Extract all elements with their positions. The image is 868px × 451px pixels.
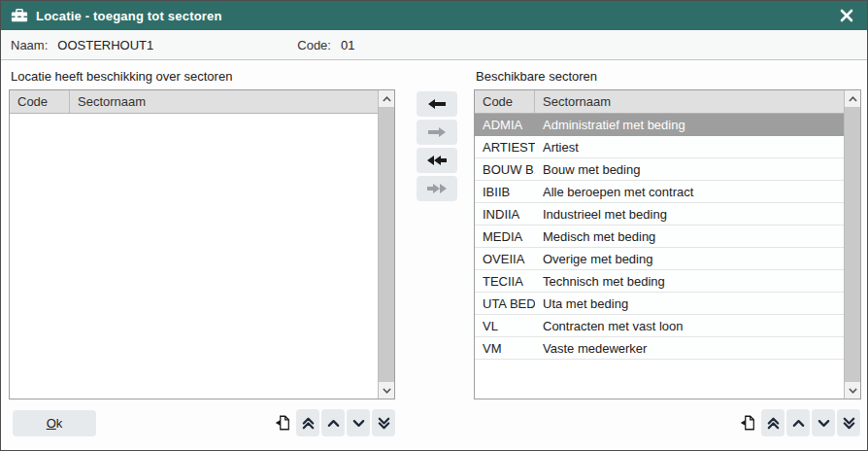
next-record-button[interactable] (812, 409, 835, 436)
table-row[interactable]: UTA BED... Uta met beding (475, 293, 844, 315)
goto-record-icon (274, 414, 291, 432)
first-record-button[interactable] (296, 409, 319, 436)
record-info-bar: Naam: OOSTERHOUT1 Code: 01 (1, 30, 867, 60)
last-record-button[interactable] (837, 409, 860, 436)
column-header-code: Code (475, 90, 535, 113)
last-record-button[interactable] (372, 409, 395, 436)
available-table-header: Code Sectornaam (475, 90, 844, 114)
double-arrow-right-icon (425, 183, 449, 194)
table-row[interactable]: ADMIA Administratief met beding (475, 114, 844, 136)
scrollbar-thumb[interactable] (379, 107, 394, 382)
previous-record-button[interactable] (786, 409, 810, 436)
briefcase-icon (11, 8, 28, 23)
double-chevron-down-icon (842, 416, 856, 431)
table-row[interactable]: OVEIIA Overige met beding (475, 248, 844, 270)
assigned-table-header: Code Sectornaam (10, 90, 378, 114)
arrow-right-icon (425, 126, 449, 138)
right-panel-title: Beschikbare sectoren (476, 69, 597, 84)
assigned-sectors-list[interactable]: Code Sectornaam (9, 89, 395, 399)
dialog-locatie-toegang-sectoren: Locatie - toegang tot sectoren Naam: OOS… (0, 0, 868, 451)
naam-label: Naam: (11, 38, 48, 52)
available-list-nav-toolbar (736, 409, 862, 436)
move-left-button[interactable] (417, 91, 457, 117)
double-chevron-down-icon (377, 416, 391, 431)
chevron-up-icon (791, 416, 806, 431)
table-row[interactable]: VL Contracten met vast loon (475, 315, 844, 337)
move-all-right-button[interactable] (417, 176, 457, 201)
close-icon[interactable] (836, 5, 857, 26)
scroll-up-icon[interactable] (379, 90, 394, 107)
scrollbar-thumb[interactable] (845, 107, 860, 382)
double-chevron-up-icon (301, 416, 316, 431)
table-row[interactable]: MEDIA Medisch met beding (475, 226, 844, 248)
goto-record-button[interactable] (271, 409, 294, 436)
column-header-sectornaam: Sectornaam (70, 94, 378, 109)
code-value: 01 (341, 38, 354, 52)
table-row[interactable]: INDIIA Industrieel met beding (475, 203, 844, 226)
chevron-down-icon (817, 416, 831, 431)
left-panel-title: Locatie heeft beschikking over sectoren (11, 69, 232, 84)
ok-button[interactable]: Ok (13, 410, 96, 436)
chevron-up-icon (326, 416, 341, 431)
move-right-button[interactable] (417, 120, 457, 145)
available-list-scrollbar[interactable] (844, 90, 860, 399)
column-header-code: Code (10, 90, 70, 113)
window-title: Locatie - toegang tot sectoren (36, 9, 836, 23)
title-bar: Locatie - toegang tot sectoren (1, 1, 867, 30)
goto-record-button[interactable] (736, 409, 759, 436)
table-row[interactable]: VM Vaste medewerker (475, 337, 844, 360)
scroll-up-icon[interactable] (845, 90, 860, 107)
table-row[interactable]: BOUW B... Bouw met beding (475, 158, 844, 181)
code-label: Code: (297, 38, 331, 52)
chevron-down-icon (351, 416, 366, 431)
previous-record-button[interactable] (321, 409, 345, 436)
goto-record-icon (739, 414, 756, 432)
double-chevron-up-icon (766, 416, 781, 431)
table-row[interactable]: TECIIA Technisch met beding (475, 270, 844, 293)
arrow-left-icon (425, 98, 449, 110)
assigned-list-scrollbar[interactable] (378, 90, 394, 399)
assigned-list-nav-toolbar (271, 409, 397, 436)
naam-value: OOSTERHOUT1 (57, 38, 153, 52)
column-header-sectornaam: Sectornaam (535, 94, 844, 109)
scroll-down-icon[interactable] (379, 382, 394, 399)
available-sectors-list[interactable]: Code Sectornaam ADMIA Administratief met… (474, 89, 861, 399)
table-row[interactable]: IBIIB Alle beroepen met contract (475, 181, 844, 203)
first-record-button[interactable] (761, 409, 785, 436)
next-record-button[interactable] (347, 409, 370, 436)
table-row[interactable]: ARTIEST Artiest (475, 136, 844, 158)
double-arrow-left-icon (425, 155, 449, 166)
scroll-down-icon[interactable] (845, 382, 860, 399)
move-all-left-button[interactable] (417, 148, 457, 173)
